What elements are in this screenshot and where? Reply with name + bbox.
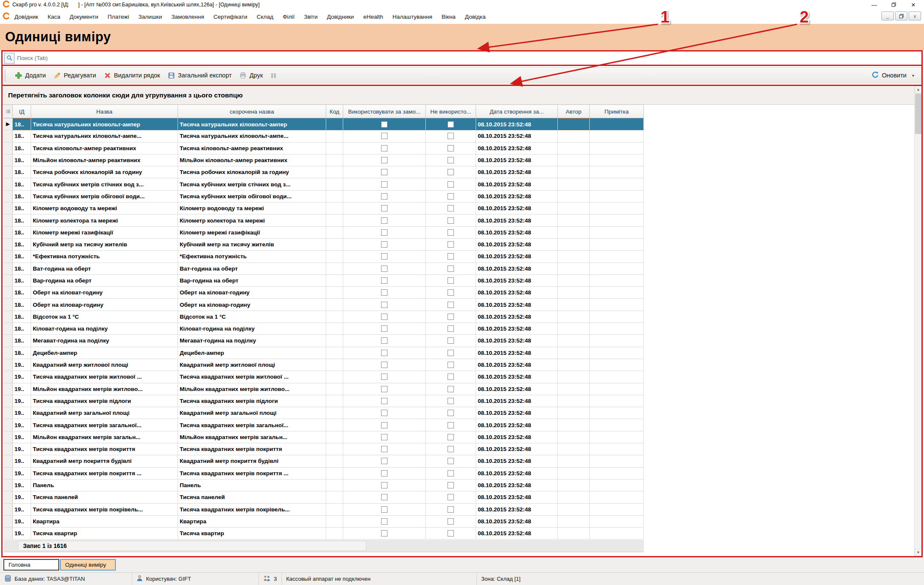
table-row[interactable]: 18..Мільйон кіловольт-ампер реактивнихМі… xyxy=(3,154,644,166)
table-row[interactable]: 19..Тисяча квартирТисяча квартир08.10.20… xyxy=(3,528,644,539)
use-default-checkbox[interactable] xyxy=(381,277,387,284)
menu-item-10[interactable]: Звіти xyxy=(299,14,322,20)
menu-item-13[interactable]: Налаштування xyxy=(388,14,437,20)
use-default-checkbox[interactable] xyxy=(381,121,387,128)
menu-item-15[interactable]: Довідка xyxy=(460,14,491,20)
not-used-checkbox[interactable] xyxy=(448,458,454,464)
menu-item-8[interactable]: Склад xyxy=(252,14,278,20)
not-used-checkbox[interactable] xyxy=(448,229,454,236)
toolbar-edit-button[interactable]: Редагувати xyxy=(50,70,100,81)
table-row[interactable]: 19..КвартираКвартира08.10.2015 23:52:48 xyxy=(3,516,644,528)
window-minimize-icon[interactable]: — xyxy=(864,0,884,9)
scroll-down-icon[interactable]: ▼ xyxy=(915,549,922,556)
use-default-checkbox[interactable] xyxy=(381,169,387,175)
menu-item-6[interactable]: Замовлення xyxy=(166,14,209,20)
menu-item-5[interactable]: Залишки xyxy=(134,14,166,20)
use-default-checkbox[interactable] xyxy=(381,518,387,525)
menu-item-7[interactable]: Сертифікати xyxy=(209,14,252,20)
table-row[interactable]: 19..Тисяча квадратних метрів житлової ..… xyxy=(3,371,644,383)
not-used-checkbox[interactable] xyxy=(448,337,454,344)
group-by-panel[interactable]: Перетягніть заголовок колонки сюди для у… xyxy=(3,86,914,105)
toolbar-print-button[interactable]: Друк xyxy=(235,70,267,81)
menu-item-11[interactable]: Довідники xyxy=(322,14,359,20)
not-used-checkbox[interactable] xyxy=(448,374,454,380)
not-used-checkbox[interactable] xyxy=(448,277,454,284)
chevron-down-icon[interactable]: ▾ xyxy=(912,73,914,78)
table-row[interactable]: 18..Тисяча кубічних метрів стічних вод з… xyxy=(3,178,644,190)
table-row[interactable]: 18..Тисяча кубічних метрів обігової води… xyxy=(3,191,644,203)
table-row[interactable]: 19..Квадратний метр покриття будівліКвад… xyxy=(3,455,644,467)
not-used-checkbox[interactable] xyxy=(448,470,454,477)
not-used-checkbox[interactable] xyxy=(448,325,454,332)
not-used-checkbox[interactable] xyxy=(448,446,454,452)
not-used-checkbox[interactable] xyxy=(448,398,454,404)
not-used-checkbox[interactable] xyxy=(448,169,454,175)
window-restore-icon[interactable] xyxy=(884,0,904,9)
refresh-button[interactable]: Оновити xyxy=(868,69,910,81)
table-row[interactable]: 18..Тисяча натуральних кіловольт-ампе...… xyxy=(3,130,644,142)
use-default-checkbox[interactable] xyxy=(381,482,387,488)
column-header-short-name[interactable]: скорочена назва xyxy=(178,105,326,118)
toolbar-export-button[interactable]: Загальний експорт xyxy=(164,70,235,81)
not-used-checkbox[interactable] xyxy=(448,121,454,128)
table-row[interactable]: 18..*Ефективна потужність*Ефективна поту… xyxy=(3,251,644,263)
use-default-checkbox[interactable] xyxy=(381,302,387,308)
table-row[interactable]: 18..Вар-година на обертВар-година на обе… xyxy=(3,275,644,287)
not-used-checkbox[interactable] xyxy=(448,422,454,428)
menu-item-14[interactable]: Вікна xyxy=(437,14,460,20)
table-row[interactable]: 18..Мегават-година на поділкуМегават-год… xyxy=(3,335,644,347)
table-row[interactable]: 18..Ват-година на обертВат-година на обе… xyxy=(3,263,644,275)
use-default-checkbox[interactable] xyxy=(381,253,387,260)
toolbar-grip[interactable] xyxy=(5,70,7,81)
use-default-checkbox[interactable] xyxy=(381,337,387,344)
not-used-checkbox[interactable] xyxy=(448,482,454,488)
not-used-checkbox[interactable] xyxy=(448,494,454,500)
scrollbar-thumb[interactable] xyxy=(915,94,921,134)
table-row[interactable]: 19..Квадратний метр житлової площіКвадра… xyxy=(3,359,644,371)
table-row[interactable]: 19..Тисяча квадратних метрів загальної..… xyxy=(3,419,644,431)
use-default-checkbox[interactable] xyxy=(381,458,387,464)
table-row[interactable]: 18..Тисяча кіловольт-ампер реактивнихТис… xyxy=(3,143,644,154)
table-row[interactable]: 19..Тисяча квадратних метрів покрівель..… xyxy=(3,504,644,516)
use-default-checkbox[interactable] xyxy=(381,410,387,416)
vertical-scrollbar[interactable]: ▲ ▼ xyxy=(914,86,921,556)
window-close-icon[interactable]: ✕ xyxy=(904,0,923,9)
column-header-not-used[interactable]: Не використо... xyxy=(426,105,476,118)
mdi-restore-icon[interactable] xyxy=(895,11,907,20)
table-row[interactable]: 18..Децибел-амперДецибел-ампер08.10.2015… xyxy=(3,347,644,359)
not-used-checkbox[interactable] xyxy=(448,410,454,416)
use-default-checkbox[interactable] xyxy=(381,133,387,139)
column-header-use-default[interactable]: Використовувати за замо... xyxy=(343,105,426,118)
not-used-checkbox[interactable] xyxy=(448,518,454,525)
column-header-author[interactable]: Автор xyxy=(558,105,590,118)
table-row[interactable]: ▶18..Тисяча натуральних кіловольт-амперТ… xyxy=(3,118,644,130)
not-used-checkbox[interactable] xyxy=(448,302,454,308)
not-used-checkbox[interactable] xyxy=(448,350,454,356)
use-default-checkbox[interactable] xyxy=(381,398,387,404)
table-row[interactable]: 19..Квадратний метр загальної площіКвадр… xyxy=(3,407,644,419)
use-default-checkbox[interactable] xyxy=(381,506,387,513)
use-default-checkbox[interactable] xyxy=(381,470,387,477)
not-used-checkbox[interactable] xyxy=(448,289,454,296)
use-default-checkbox[interactable] xyxy=(381,325,387,332)
table-row[interactable]: 19..Мільйон квадратних метрів житлово...… xyxy=(3,383,644,395)
tab-units[interactable]: Одиниці виміру xyxy=(60,559,116,571)
table-row[interactable]: 19..Тисяча панелейТисяча панелей08.10.20… xyxy=(3,491,644,503)
table-row[interactable]: 19..Мільйон квадратних метрів загальн...… xyxy=(3,431,644,443)
not-used-checkbox[interactable] xyxy=(448,506,454,513)
column-header-name[interactable]: Назва xyxy=(31,105,178,118)
table-row[interactable]: 19..Тисяча квадратних метрів підлогиТися… xyxy=(3,395,644,407)
mdi-minimize-icon[interactable]: _ xyxy=(881,11,894,20)
not-used-checkbox[interactable] xyxy=(448,386,454,392)
menu-item-2[interactable]: Каса xyxy=(43,14,65,20)
table-row[interactable]: 18..Кілометр водоводу та мережіКілометр … xyxy=(3,203,644,214)
not-used-checkbox[interactable] xyxy=(448,362,454,368)
use-default-checkbox[interactable] xyxy=(381,446,387,452)
not-used-checkbox[interactable] xyxy=(448,145,454,151)
menu-item-3[interactable]: Документи xyxy=(65,14,103,20)
toolbar-delete-button[interactable]: Видалити рядок xyxy=(100,70,164,81)
not-used-checkbox[interactable] xyxy=(448,193,454,200)
not-used-checkbox[interactable] xyxy=(448,217,454,224)
column-header-code[interactable]: Код xyxy=(326,105,343,118)
column-header-id[interactable]: ІД xyxy=(13,105,31,118)
